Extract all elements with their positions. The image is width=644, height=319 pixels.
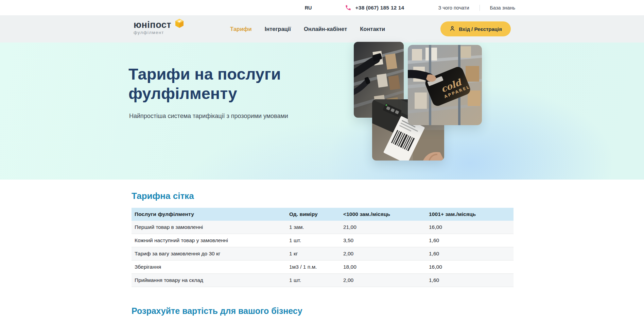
pricing-table: Послуги фулфілменту Од. виміру <1000 зам… (132, 208, 514, 287)
table-row: Кожний наступний товар у замовленні 1 шт… (132, 234, 514, 247)
topbar-divider (480, 5, 480, 11)
cell-price-high: 1,60 (429, 277, 514, 283)
cell-unit: 1м3 / 1 п.м. (289, 264, 343, 270)
nav-item-integrations[interactable]: Інтеграції (265, 26, 291, 32)
topbar-link-getting-started[interactable]: З чого почати (438, 5, 469, 11)
site-header: юніпост фулфілмент Тарифи Інтеграції Онл… (0, 15, 644, 43)
hero-section: Тарифи на послугифулфілменту Найпростіша… (0, 43, 644, 180)
user-icon (449, 26, 455, 33)
phone-number[interactable]: +38 (067) 185 12 14 (355, 5, 404, 11)
language-switcher[interactable]: RU (305, 5, 312, 11)
cell-service: Приймання товару на склад (132, 277, 289, 283)
page-subtitle: Найпростіша система тарифікації з прозор… (129, 113, 288, 120)
col-header-unit: Од. виміру (289, 211, 343, 217)
pricing-table-header: Послуги фулфілменту Од. виміру <1000 зам… (132, 208, 514, 221)
login-register-label: Вхід / Реєстрація (459, 26, 502, 32)
logo-title: юніпост (134, 20, 171, 30)
main-content: Тарифна сітка Послуги фулфілменту Од. ви… (0, 180, 644, 319)
cell-price-low: 21,00 (343, 224, 429, 230)
phone-icon (345, 4, 351, 11)
cube-icon (174, 18, 185, 31)
col-header-service: Послуги фулфілменту (132, 211, 289, 217)
nav-item-online-cabinet[interactable]: Онлайн-кабінет (304, 26, 347, 32)
cell-price-low: 3,50 (343, 237, 429, 244)
cell-service: Зберігання (132, 264, 289, 270)
table-row: Зберігання 1м3 / 1 п.м. 18,00 16,00 (132, 261, 514, 274)
logo-subtitle: фулфілмент (134, 30, 171, 35)
cell-price-high: 16,00 (429, 224, 514, 230)
cell-unit: 1 шт. (289, 277, 343, 283)
cell-price-low: 18,00 (343, 264, 429, 270)
cell-price-high: 16,00 (429, 264, 514, 270)
topbar-links: З чого почати База знань (438, 5, 515, 11)
cell-price-low: 2,00 (343, 251, 429, 257)
nav-item-contacts[interactable]: Контакти (360, 26, 385, 32)
table-row: Перший товар в замовленні 1 зам. 21,00 1… (132, 221, 514, 234)
cell-unit: 1 зам. (289, 224, 343, 230)
cell-unit: 1 кг (289, 251, 343, 257)
main-nav: Тарифи Інтеграції Онлайн-кабінет Контакт… (230, 15, 385, 43)
topbar-link-knowledge-base[interactable]: База знань (490, 5, 515, 11)
cell-service: Перший товар в замовленні (132, 224, 289, 230)
table-row: Тариф за вагу замовлення до 30 кг 1 кг 2… (132, 247, 514, 261)
cell-service: Тариф за вагу замовлення до 30 кг (132, 251, 289, 257)
cell-service: Кожний наступний товар у замовленні (132, 237, 289, 244)
col-header-under-1000: <1000 зам./місяць (343, 211, 429, 217)
table-row: Приймання товару на склад 1 шт. 2,00 1,6… (132, 274, 514, 287)
logo[interactable]: юніпост фулфілмент (134, 20, 171, 35)
calculator-section-title: Розрахуйте вартість для вашого бізнесу (132, 306, 644, 316)
phone-link[interactable]: +38 (067) 185 12 14 (345, 4, 404, 11)
nav-item-tariffs[interactable]: Тарифи (230, 26, 252, 32)
col-header-over-1001: 1001+ зам./місяць (429, 211, 514, 217)
top-bar: RU +38 (067) 185 12 14 З чого почати Баз… (0, 0, 644, 15)
cell-price-high: 1,60 (429, 251, 514, 257)
page-title: Тарифи на послугифулфілменту (128, 64, 281, 103)
hero-photo-package-handling: cold APPAREL (408, 45, 482, 125)
login-register-button[interactable]: Вхід / Реєстрація (440, 21, 511, 36)
pricing-section-title: Тарифна сітка (132, 180, 644, 201)
cell-price-low: 2,00 (343, 277, 429, 283)
cell-price-high: 1,60 (429, 237, 514, 244)
cell-unit: 1 шт. (289, 237, 343, 244)
